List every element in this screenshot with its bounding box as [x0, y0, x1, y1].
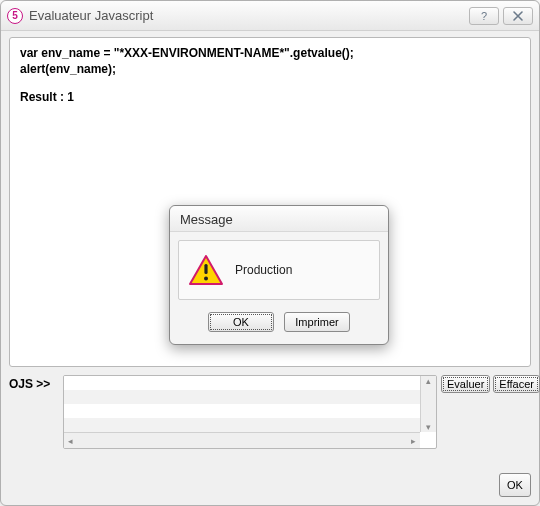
input-row: OJS >> ▴ ▾ ◂ ▸ Evaluer Effacer [9, 375, 531, 451]
svg-rect-2 [204, 264, 207, 274]
svg-text:?: ? [481, 10, 487, 22]
ojs-input[interactable] [64, 376, 420, 432]
dialog-imprimer-button[interactable]: Imprimer [284, 312, 350, 332]
result-value: 1 [67, 90, 74, 104]
result-label: Result : [20, 90, 64, 104]
dialog-body: Production [178, 240, 380, 300]
titlebar[interactable]: 5 Evaluateur Javascript ? [1, 1, 539, 31]
message-dialog: Message Production OK Imprimer [169, 205, 389, 345]
dialog-title[interactable]: Message [170, 206, 388, 232]
dialog-message: Production [235, 263, 292, 277]
side-buttons: Evaluer Effacer [441, 375, 531, 393]
warning-icon [189, 255, 223, 285]
dialog-buttons: OK Imprimer [170, 308, 388, 344]
app-icon: 5 [7, 8, 23, 24]
scroll-left-icon[interactable]: ◂ [68, 436, 73, 446]
window-ok-button[interactable]: OK [499, 473, 531, 497]
scroll-right-icon[interactable]: ▸ [411, 436, 416, 446]
output-line: alert(env_name); [20, 62, 520, 76]
effacer-button[interactable]: Effacer [493, 375, 540, 393]
scroll-up-icon[interactable]: ▴ [426, 376, 431, 386]
window-body: var env_name = "*XXX-ENVIRONMENT-NAME*".… [9, 37, 531, 497]
scrollbar-vertical[interactable]: ▴ ▾ [420, 376, 436, 432]
help-button[interactable]: ? [469, 7, 499, 25]
dialog-ok-button[interactable]: OK [208, 312, 274, 332]
input-wrap: ▴ ▾ ◂ ▸ [63, 375, 437, 449]
window-title: Evaluateur Javascript [29, 8, 465, 23]
evaluer-button[interactable]: Evaluer [441, 375, 490, 393]
main-window: 5 Evaluateur Javascript ? var env_name =… [0, 0, 540, 506]
close-button[interactable] [503, 7, 533, 25]
scroll-down-icon[interactable]: ▾ [426, 422, 431, 432]
output-line: var env_name = "*XXX-ENVIRONMENT-NAME*".… [20, 46, 520, 60]
svg-point-3 [204, 277, 208, 281]
prompt-label: OJS >> [9, 375, 59, 391]
scrollbar-horizontal[interactable]: ◂ ▸ [64, 432, 420, 448]
result-line: Result : 1 [20, 90, 520, 104]
